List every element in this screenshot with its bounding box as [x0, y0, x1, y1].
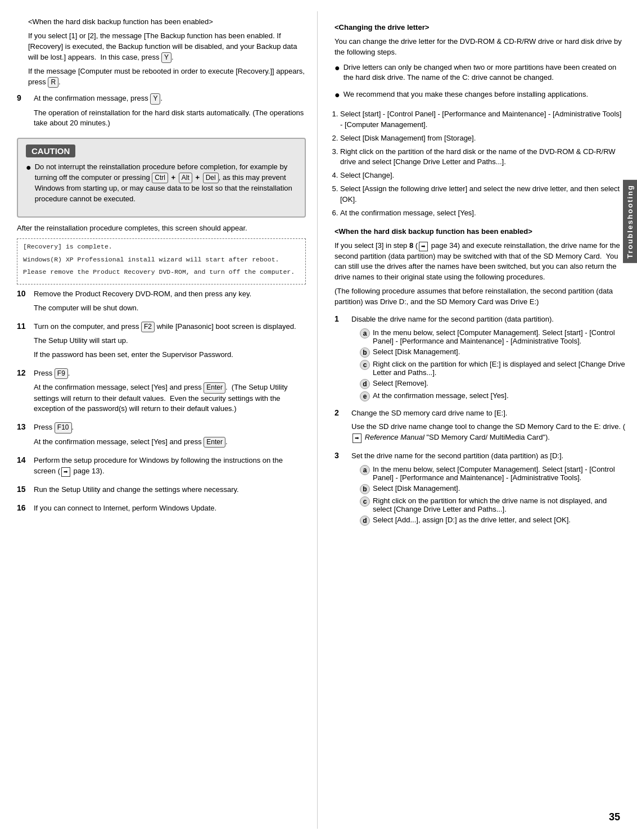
alpha-c-3: c [360, 496, 370, 507]
key-del: Del [203, 173, 219, 183]
key-R: R [48, 77, 58, 88]
screen-line3: Please remove the Product Recovery DVD-R… [23, 268, 300, 277]
step-13-cont: At the confirmation message, select [Yes… [34, 437, 228, 448]
step-12-cont: At the confirmation message, select [Yes… [34, 382, 306, 414]
after-caution-text: After the reinstallation procedure compl… [17, 223, 306, 234]
step-10-cont: The computer will be shut down. [34, 303, 251, 314]
step-11: 11 Turn on the computer, and press F2 wh… [17, 322, 306, 364]
sub-step-3-content: Set the drive name for the second partit… [351, 451, 626, 528]
key-F9: F9 [55, 368, 68, 379]
alpha-e-1: e [360, 391, 370, 401]
step-12-num: 12 [17, 368, 30, 418]
page-number: 35 [609, 811, 620, 823]
list-item: Select [start] - [Control Panel] - [Perf… [340, 109, 626, 130]
intro-para1: <When the hard disk backup function has … [28, 17, 306, 28]
step-12: 12 Press F9. At the confirmation message… [17, 368, 306, 418]
step-11-text: Turn on the computer, and press F2 while… [34, 322, 296, 332]
intro-para2: If you select [1] or [2], the message [T… [28, 31, 306, 63]
step-14-content: Perform the setup procedure for Windows … [34, 455, 306, 480]
sub-step-1-content: Disable the drive name for the second pa… [351, 314, 626, 404]
sub-step-2-num: 2 [335, 408, 348, 447]
step-16-content: If you can connect to Internet, perform … [34, 503, 216, 517]
bullet-1-dot: ● [335, 62, 340, 87]
step-9-content: At the confirmation message, press Y. Th… [34, 93, 306, 132]
caution-title: CAUTION [26, 144, 75, 157]
ref-icon-sd: ➡ [353, 433, 362, 443]
step-10: 10 Remove the Product Recovery DVD-ROM, … [17, 289, 306, 317]
sub-step-1b-text: Select [Disk Management]. [373, 347, 460, 358]
sub-step-1-text: Disable the drive name for the second pa… [351, 314, 626, 325]
list-item: a In the menu below, select [Computer Ma… [360, 465, 626, 482]
section1-intro: You can change the drive letter for the … [335, 37, 626, 58]
screen-line1: [Recovery] is complete. [23, 242, 300, 252]
alpha-b-3: b [360, 484, 370, 494]
section2-note: (The following procedure assumes that be… [335, 286, 626, 308]
sub-step-1a-text: In the menu below, select [Computer Mana… [373, 328, 626, 345]
list-item: c Right click on the partition for which… [360, 496, 626, 513]
sub-step-3c-text: Right click on the partition for which t… [373, 496, 626, 513]
key-ctrl: Ctrl [152, 173, 168, 183]
sub-step-3d-text: Select [Add...], assign [D:] as the driv… [373, 516, 571, 526]
step-11-content: Turn on the computer, and press F2 while… [34, 322, 296, 364]
screen-box: [Recovery] is complete. Windows(R) XP Pr… [17, 238, 306, 284]
section2-title: <When the hard disk backup function has … [335, 227, 626, 237]
step-13: 13 Press F10. At the confirmation messag… [17, 422, 306, 451]
alpha-c-1: c [360, 360, 370, 370]
section1-title: <Changing the drive letter> [335, 22, 626, 33]
sub-step-1-list: a In the menu below, select [Computer Ma… [360, 328, 626, 401]
sub-step-1c-text: Right click on the partition for which [… [373, 360, 626, 377]
sub-step-3-list: a In the menu below, select [Computer Ma… [360, 465, 626, 526]
caution-bullet-dot: ● [26, 162, 31, 208]
key-Y-2: Y [150, 93, 160, 104]
step-13-num: 13 [17, 422, 30, 451]
sub-step-3: 3 Set the drive name for the second part… [335, 451, 626, 528]
step-15-text: Run the Setup Utility and change the set… [34, 485, 239, 495]
step-14: 14 Perform the setup procedure for Windo… [17, 455, 306, 480]
step-11-num: 11 [17, 322, 30, 364]
alpha-d-3: d [360, 516, 370, 526]
caution-bullet: ● Do not interrupt the reinstallation pr… [26, 162, 297, 208]
step-13-text: Press F10. [34, 422, 228, 433]
caution-box: CAUTION ● Do not interrupt the reinstall… [17, 138, 306, 218]
alpha-a-3: a [360, 465, 370, 475]
list-item: Select [Change]. [340, 170, 626, 181]
sub-step-2: 2 Change the SD memory card drive name t… [335, 408, 626, 447]
step-16: 16 If you can connect to Internet, perfo… [17, 503, 306, 517]
screen-line2: Windows(R) XP Professional install wizar… [23, 255, 300, 265]
list-item: Select [Disk Management] from [Storage]. [340, 133, 626, 144]
list-item: c Right click on the partition for which… [360, 360, 626, 377]
ref-icon-14: ➡ [61, 467, 70, 477]
intro-para3: If the message [Computer must be reboote… [28, 66, 306, 88]
step-12-content: Press F9. At the confirmation message, s… [34, 368, 306, 418]
right-wrapper: <Changing the drive letter> You can chan… [318, 11, 637, 829]
step-15: 15 Run the Setup Utility and change the … [17, 485, 306, 499]
ref-icon-8: ➡ [419, 242, 428, 251]
key-F2: F2 [141, 322, 155, 332]
step-15-content: Run the Setup Utility and change the set… [34, 485, 239, 499]
bullet-2-dot: ● [335, 89, 340, 103]
sub-step-2-text: Change the SD memory card drive name to … [351, 408, 626, 419]
sub-step-2-content: Change the SD memory card drive name to … [351, 408, 626, 447]
alpha-d-1: d [360, 379, 370, 389]
sub-step-3-text: Set the drive name for the second partit… [351, 451, 626, 462]
step-16-num: 16 [17, 503, 30, 517]
sub-step-3-num: 3 [335, 451, 348, 528]
step-11-cont2: The Setup Utility will start up. [34, 336, 296, 346]
step-9-text: At the confirmation message, press Y. [34, 93, 306, 104]
key-F10: F10 [55, 422, 72, 433]
sub-step-1e-text: At the confirmation message, select [Yes… [373, 391, 509, 401]
list-item: d Select [Remove]. [360, 379, 626, 389]
sub-step-1-num: 1 [335, 314, 348, 404]
list-item: Right click on the partition of the hard… [340, 147, 626, 168]
alpha-b-1: b [360, 347, 370, 358]
sub-step-2-cont: Use the SD drive name change tool to cha… [351, 422, 626, 443]
sub-step-1d-text: Select [Remove]. [373, 379, 428, 389]
caution-text: Do not interrupt the reinstallation proc… [35, 162, 297, 205]
key-enter-1: Enter [204, 382, 225, 393]
bullet-1: ● Drive letters can only be changed when… [335, 62, 626, 87]
section2-intro-text: If you select [3] in step 8 (➡ page 34) … [335, 241, 626, 283]
sub-step-3a-text: In the menu below, select [Computer Mana… [373, 465, 626, 482]
right-column: <Changing the drive letter> You can chan… [318, 11, 637, 538]
step-10-content: Remove the Product Recovery DVD-ROM, and… [34, 289, 251, 317]
step-12-text: Press F9. [34, 368, 306, 379]
